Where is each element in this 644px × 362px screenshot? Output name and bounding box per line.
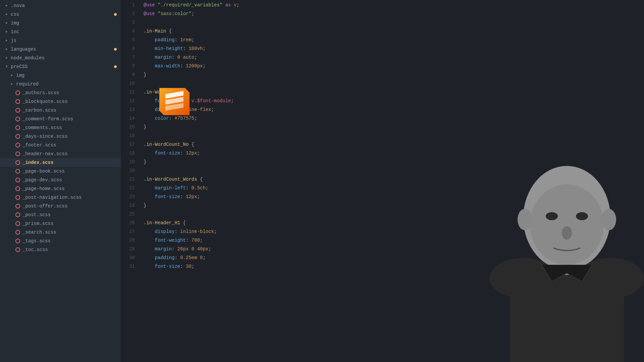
- sidebar-item-_blockquote[interactable]: _blockquote.scss: [0, 97, 121, 106]
- line-number-27: 27: [121, 227, 135, 236]
- line-number-22: 22: [121, 184, 135, 192]
- line-number-5: 5: [121, 36, 135, 44]
- code-line-15: }: [144, 123, 644, 131]
- line-number-13: 13: [121, 105, 135, 114]
- sidebar-item-nova[interactable]: .nova: [0, 1, 121, 10]
- folder-arrow-css: [4, 12, 9, 17]
- sidebar-item-_post-offer[interactable]: _post-offer.scss: [0, 202, 121, 210]
- sidebar-item-js[interactable]: js: [0, 36, 121, 45]
- file-icon-_authors: [15, 90, 21, 96]
- file-icon-_comments: [15, 125, 21, 131]
- code-line-12: font-family: v.$font-module;: [144, 97, 644, 105]
- svg-point-14: [16, 213, 20, 217]
- sidebar-label-_index: _index.scss: [22, 159, 53, 166]
- sidebar-item-img[interactable]: img: [0, 19, 121, 27]
- code-line-26: .in-Header_H1 {: [144, 219, 644, 227]
- sidebar-label-languages: languages: [11, 46, 36, 53]
- sidebar-item-_page-home[interactable]: _page-home.scss: [0, 184, 121, 193]
- sidebar-label-_post: _post.scss: [22, 211, 51, 219]
- code-line-21: .in-WordCount_Words {: [144, 175, 644, 184]
- code-line-7: margin: 0 auto;: [144, 53, 644, 62]
- sidebar-item-_page-dev[interactable]: _page-dev.scss: [0, 176, 121, 184]
- sidebar-item-_authors[interactable]: _authors.scss: [0, 88, 121, 97]
- file-icon-_comment-form: [15, 116, 21, 122]
- sidebar-label-img: img: [11, 19, 19, 27]
- sidebar-label-_authors: _authors.scss: [22, 89, 59, 97]
- sidebar-item-_header-nav[interactable]: _header-nav.scss: [0, 149, 121, 158]
- sidebar-item-img2[interactable]: img: [0, 71, 121, 80]
- sidebar-item-_page-book[interactable]: _page-book.scss: [0, 167, 121, 176]
- file-icon-_header-nav: [15, 151, 21, 157]
- sidebar-item-_toc[interactable]: _toc.scss: [0, 245, 121, 254]
- code-line-23: font-size: 12px;: [144, 192, 644, 201]
- svg-point-13: [16, 204, 20, 208]
- sidebar-item-_index[interactable]: _index.scss: [0, 158, 121, 167]
- line-number-30: 30: [121, 253, 135, 262]
- sidebar-item-required[interactable]: required: [0, 80, 121, 88]
- sidebar-label-node_modules: node_modules: [11, 54, 45, 62]
- code-line-29: margin: 20px 0 40px;: [144, 245, 644, 253]
- sidebar-item-_days-since[interactable]: _days-since.scss: [0, 132, 121, 141]
- code-line-16: [144, 131, 644, 140]
- sidebar-item-node_modules[interactable]: node_modules: [0, 54, 121, 62]
- code-line-1: @use "./required/_variables" as v;: [144, 1, 644, 9]
- sidebar-label-_search: _search.scss: [22, 229, 56, 236]
- file-icon-_toc: [15, 247, 21, 253]
- svg-point-3: [16, 117, 20, 121]
- line-number-12: 12: [121, 97, 135, 105]
- line-number-18: 18: [121, 149, 135, 158]
- sidebar-label-_comment-form: _comment-form.scss: [22, 115, 73, 123]
- svg-point-1: [16, 100, 20, 104]
- file-icon-_days-since: [15, 133, 21, 139]
- sidebar-item-_carbon[interactable]: _carbon.scss: [0, 106, 121, 115]
- file-icon-_prism: [15, 221, 21, 227]
- code-line-22: margin-left: 0.5ch;: [144, 184, 644, 192]
- sidebar-item-_footer[interactable]: _footer.scss: [0, 141, 121, 149]
- sidebar-label-_carbon: _carbon.scss: [22, 107, 56, 114]
- code-line-18: font-size: 12px;: [144, 149, 644, 158]
- sidebar-item-preCSS[interactable]: preCSS: [0, 62, 121, 71]
- line-number-8: 8: [121, 62, 135, 70]
- folder-arrow-img: [4, 20, 9, 26]
- sidebar-item-_tags[interactable]: _tags.scss: [0, 237, 121, 245]
- folder-arrow-nova: [4, 3, 9, 8]
- sidebar-label-_page-home: _page-home.scss: [22, 185, 65, 192]
- sidebar-label-css: css: [11, 11, 19, 18]
- dot-badge-languages: [114, 48, 117, 51]
- line-number-15: 15: [121, 123, 135, 131]
- folder-arrow-node_modules: [4, 55, 9, 61]
- dot-badge-preCSS: [114, 65, 117, 68]
- file-icon-_post: [15, 212, 21, 218]
- folder-arrow-preCSS: [4, 64, 9, 69]
- sidebar-item-_search[interactable]: _search.scss: [0, 228, 121, 237]
- svg-point-0: [16, 91, 20, 95]
- file-icon-_carbon: [15, 107, 21, 113]
- sidebar-item-_comments[interactable]: _comments.scss: [0, 123, 121, 132]
- folder-arrow-js: [4, 38, 9, 43]
- code-line-17: .in-WordCount_No {: [144, 140, 644, 149]
- sidebar-item-languages[interactable]: languages: [0, 45, 121, 54]
- sidebar-label-preCSS: preCSS: [11, 63, 28, 70]
- folder-arrow-inc: [4, 29, 9, 35]
- svg-point-16: [16, 230, 20, 234]
- sidebar-label-_tags: _tags.scss: [22, 237, 51, 245]
- code-line-31: font-size: 30;: [144, 262, 644, 271]
- sidebar-item-_post-navigation[interactable]: _post-navigation.scss: [0, 193, 121, 202]
- code-line-30: padding: 0.25em 0;: [144, 253, 644, 262]
- sidebar-item-_prism[interactable]: _prism.scss: [0, 219, 121, 228]
- sidebar-label-_header-nav: _header-nav.scss: [22, 150, 67, 158]
- code-line-20: [144, 166, 644, 175]
- code-line-10: [144, 79, 644, 88]
- sidebar-item-inc[interactable]: inc: [0, 27, 121, 36]
- line-number-6: 6: [121, 44, 135, 53]
- code-line-19: }: [144, 158, 644, 166]
- sidebar-item-css[interactable]: css: [0, 10, 121, 19]
- line-numbers: 1234567891011121314151617181920212223242…: [121, 0, 138, 362]
- sidebar-label-_page-dev: _page-dev.scss: [22, 176, 62, 184]
- sidebar-item-_comment-form[interactable]: _comment-form.scss: [0, 115, 121, 123]
- code-line-28: font-weight: 700;: [144, 236, 644, 245]
- svg-point-2: [16, 108, 20, 112]
- sidebar-item-_post[interactable]: _post.scss: [0, 210, 121, 219]
- line-number-11: 11: [121, 88, 135, 97]
- sidebar-label-js: js: [11, 37, 16, 44]
